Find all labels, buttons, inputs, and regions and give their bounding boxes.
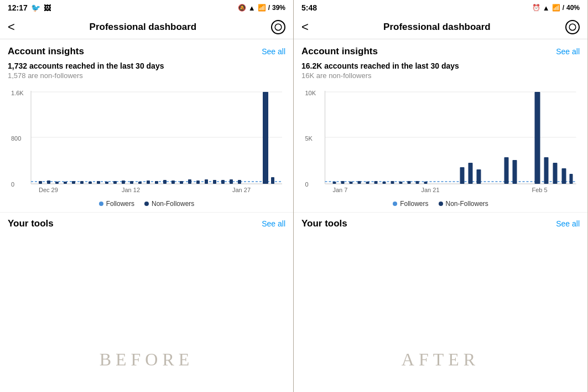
time-display-after: 5:48 (301, 3, 317, 12)
chart-after: 10K 5K 0 (294, 83, 587, 195)
notification-icon: 🔕 (238, 4, 246, 12)
status-left: 12:17 🐦 🖼 (8, 3, 51, 12)
image-icon: 🖼 (44, 4, 51, 12)
svg-text:800: 800 (11, 135, 21, 142)
status-right: 🔕 ▲ 📶 / 39% (238, 4, 285, 12)
svg-point-40 (569, 24, 576, 30)
svg-rect-23 (147, 180, 150, 184)
accounts-reached-after: 16.2K accounts reached in the last 30 da… (294, 59, 587, 71)
header-after: < Professional dashboard (294, 16, 587, 39)
svg-rect-32 (221, 180, 225, 184)
nonfollowers-dot-after (439, 202, 443, 206)
svg-rect-11 (47, 180, 50, 184)
signal-icon: 📶 (258, 4, 266, 12)
svg-text:Jan 7: Jan 7 (333, 187, 348, 193)
svg-rect-59 (408, 181, 411, 184)
status-bar-after: 5:48 ⏰ ▲ 📶 / 40% (294, 0, 587, 16)
svg-rect-53 (358, 181, 361, 184)
svg-rect-50 (333, 182, 336, 184)
svg-rect-52 (350, 182, 353, 184)
chart-svg-after: 10K 5K 0 (301, 85, 580, 193)
insights-see-all[interactable]: See all (262, 47, 285, 56)
svg-text:Dec 29: Dec 29 (39, 187, 58, 193)
svg-rect-33 (230, 179, 233, 184)
svg-rect-71 (570, 174, 573, 184)
svg-rect-64 (477, 169, 481, 184)
non-followers-after: 16K are non-followers (294, 71, 587, 83)
tools-title-before: Your tools (8, 218, 54, 229)
followers-label: Followers (106, 200, 134, 208)
non-followers-text: 1,578 are non-followers (0, 71, 293, 83)
back-button[interactable]: < (8, 21, 15, 33)
svg-rect-60 (416, 181, 419, 184)
svg-text:10K: 10K (305, 90, 316, 96)
svg-rect-29 (196, 180, 200, 184)
tools-title-after: Your tools (301, 218, 347, 229)
svg-rect-12 (55, 182, 59, 184)
svg-rect-16 (89, 182, 92, 184)
svg-text:Feb 5: Feb 5 (532, 187, 548, 193)
svg-text:0: 0 (305, 181, 309, 188)
insights-header-after: Account insights See all (294, 39, 587, 59)
status-bar-before: 12:17 🐦 🖼 🔕 ▲ 📶 / 39% (0, 0, 293, 16)
insights-title: Account insights (8, 46, 84, 57)
svg-rect-26 (171, 180, 175, 184)
legend-followers-after: Followers (393, 200, 428, 208)
chart-legend-before: Followers Non-Followers (0, 195, 293, 212)
tools-section-before: Your tools See all (0, 212, 293, 233)
svg-text:Jan 12: Jan 12 (122, 187, 140, 193)
svg-rect-30 (205, 179, 208, 184)
svg-rect-57 (391, 181, 394, 184)
tools-see-all-before[interactable]: See all (262, 219, 285, 228)
svg-rect-36 (271, 177, 274, 184)
svg-rect-55 (374, 181, 378, 184)
tools-see-all-after[interactable]: See all (556, 219, 580, 228)
header-before: < Professional dashboard (0, 16, 293, 39)
watermark-after: AFTER (294, 349, 587, 370)
svg-text:Jan 21: Jan 21 (422, 187, 440, 193)
followers-dot-after (393, 202, 397, 206)
insights-header: Account insights See all (0, 39, 293, 59)
svg-rect-70 (562, 168, 566, 184)
settings-button[interactable] (271, 20, 285, 34)
svg-rect-28 (188, 179, 191, 184)
insights-see-all-after[interactable]: See all (556, 47, 580, 56)
svg-rect-17 (97, 181, 100, 184)
svg-rect-35 (263, 92, 268, 184)
svg-rect-54 (366, 182, 370, 184)
svg-rect-61 (424, 182, 428, 184)
svg-rect-24 (155, 181, 158, 184)
nonfollowers-label: Non-Followers (152, 200, 194, 208)
chart-before: 1.6K 800 0 (0, 83, 293, 195)
followers-label-after: Followers (400, 200, 428, 208)
panel-after: 5:48 ⏰ ▲ 📶 / 40% < Professional dashboar… (294, 0, 587, 392)
alarm-icon: ⏰ (532, 4, 540, 12)
svg-point-0 (275, 24, 282, 30)
svg-rect-63 (469, 163, 473, 184)
svg-rect-56 (383, 182, 386, 184)
battery-percent-after: 40% (566, 4, 580, 12)
time-display: 12:17 (8, 3, 28, 12)
legend-nonfollowers-after: Non-Followers (439, 200, 488, 208)
svg-rect-31 (213, 180, 216, 184)
wifi-signal-icon-after: ▲ (543, 4, 550, 12)
svg-rect-18 (105, 182, 108, 184)
svg-rect-66 (513, 160, 517, 184)
settings-button-after[interactable] (565, 20, 580, 34)
status-left-after: 5:48 (301, 3, 317, 12)
wifi-signal-icon: ▲ (248, 4, 256, 12)
fb-icon: 🐦 (31, 3, 40, 12)
svg-rect-62 (460, 167, 465, 184)
page-title-after: Professional dashboard (309, 22, 565, 33)
svg-rect-10 (39, 181, 42, 184)
svg-rect-14 (72, 181, 75, 184)
status-right-after: ⏰ ▲ 📶 / 40% (532, 4, 580, 12)
chart-svg-before: 1.6K 800 0 (8, 85, 285, 193)
back-button-after[interactable]: < (301, 21, 309, 33)
svg-rect-34 (238, 180, 241, 184)
insights-title-after: Account insights (301, 46, 378, 57)
svg-rect-65 (504, 157, 509, 184)
svg-rect-68 (544, 157, 549, 184)
followers-dot (99, 202, 103, 206)
svg-text:Jan 27: Jan 27 (232, 187, 251, 193)
